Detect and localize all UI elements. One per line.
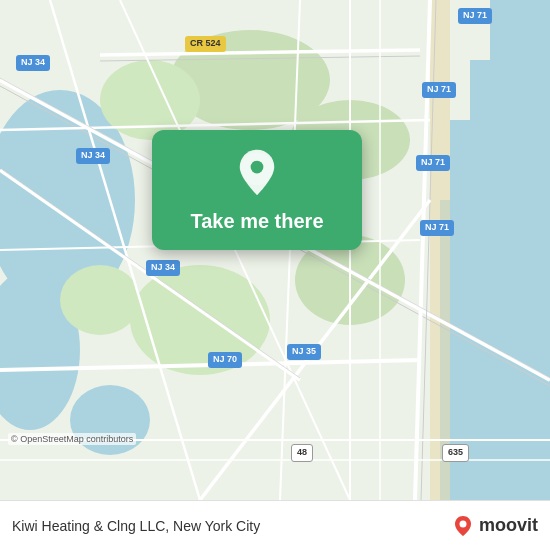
shield-nj34-1: NJ 34 [16,55,50,71]
shield-cr524: CR 524 [185,36,226,52]
shield-nj70: NJ 70 [208,352,242,368]
shield-635: 635 [442,444,469,462]
shield-nj71-1: NJ 71 [458,8,492,24]
svg-point-14 [60,265,140,335]
bottom-bar: Kiwi Heating & Clng LLC, New York City m… [0,500,550,550]
moovit-icon [451,514,475,538]
moovit-logo: moovit [451,514,538,538]
osm-credit: © OpenStreetMap contributors [8,433,136,445]
shield-nj71-3: NJ 71 [416,155,450,171]
svg-point-36 [251,161,264,174]
moovit-wordmark: moovit [479,515,538,536]
location-pin-icon [232,148,282,198]
shield-48: 48 [291,444,313,462]
shield-nj34-2: NJ 34 [76,148,110,164]
map-view: NJ 71 NJ 71 NJ 71 NJ 71 NJ 34 NJ 34 NJ 3… [0,0,550,500]
shield-nj35: NJ 35 [287,344,321,360]
take-me-there-card[interactable]: Take me there [152,130,362,250]
shield-nj34-3: NJ 34 [146,260,180,276]
location-title: Kiwi Heating & Clng LLC, New York City [12,518,451,534]
svg-point-37 [459,520,466,527]
popup-label: Take me there [190,208,323,234]
shield-nj71-4: NJ 71 [420,220,454,236]
svg-rect-8 [430,0,450,500]
shield-nj71-2: NJ 71 [422,82,456,98]
